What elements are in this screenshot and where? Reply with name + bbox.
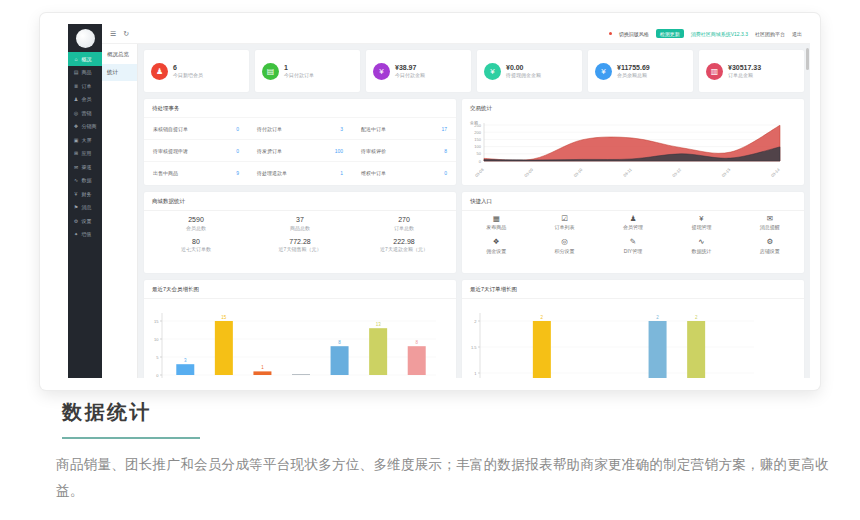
stat-card: ▥ ¥30517.33 订单总金额 (699, 50, 804, 92)
check-update-badge[interactable]: 检测更新 (656, 29, 684, 38)
quick-entry-label: 订单列表 (530, 224, 598, 230)
pending-item[interactable]: 维权中订单 0 (352, 161, 456, 183)
doc-section: 数据统计 商品销量、团长推广和会员分成等平台现状多方位、多维度展示；丰富的数据报… (56, 399, 832, 505)
stat-card-label: 会员余额总额 (617, 72, 650, 78)
svg-text:2: 2 (474, 319, 477, 324)
mall-stat-item: 2590 会员总数 (144, 216, 248, 231)
scrollbar-thumb[interactable] (806, 48, 809, 70)
menu-toggle-icon[interactable]: ☰ (110, 30, 116, 38)
platform-link[interactable]: 社区团购平台 (755, 31, 785, 37)
pending-item-count: 3 (340, 126, 343, 132)
quick-entry-label: 数据统计 (667, 248, 735, 254)
stat-card: ♟ 6 今日新增会员 (144, 50, 249, 92)
stat-card-label: 今日新增会员 (173, 72, 203, 78)
svg-text:0: 0 (156, 373, 159, 378)
sidebar-item[interactable]: ◎ 营销 (68, 106, 102, 120)
stat-card-text: 1 今日付款订单 (284, 64, 314, 79)
avatar[interactable] (76, 29, 95, 48)
svg-text:2: 2 (541, 315, 544, 320)
svg-text:03-10: 03-10 (573, 167, 584, 178)
quick-entry-item[interactable]: ✎ DIY管理 (599, 238, 667, 253)
svg-text:0: 0 (479, 159, 482, 164)
mall-stat-label: 商品总数 (248, 225, 352, 231)
stat-card-text: ¥11755.69 会员余额总额 (617, 64, 650, 79)
quick-entry-item[interactable]: ❖ 佣金设置 (462, 238, 530, 253)
sidebar-item-label: 消息 (82, 204, 92, 210)
refresh-icon[interactable]: ↻ (123, 30, 129, 38)
svg-text:15: 15 (154, 319, 159, 324)
sidebar-item[interactable]: ⊞ 应用 (68, 147, 102, 161)
main-sidebar: ⌂ 概况 ▤ 商品 ≣ 订单 ♟ 会员 ◎ 营销 (68, 24, 102, 378)
pending-item[interactable]: 出售中商品 9 (144, 161, 248, 183)
sidebar-item[interactable]: ▣ 大屏 (68, 133, 102, 147)
pending-item[interactable]: 待付款订单 3 (248, 117, 352, 139)
stat-card-icon-glyph: ¥ (379, 67, 383, 76)
stat-card-icon: ♟ (151, 63, 168, 80)
sidebar-item[interactable]: ♟ 会员 (68, 93, 102, 107)
sidebar-item-label: 会员 (82, 96, 92, 102)
pending-item[interactable]: 配送中订单 17 (352, 117, 456, 139)
quick-entry-item[interactable]: ¥ 提现管理 (667, 215, 735, 230)
stat-card-label: 订单总金额 (728, 72, 761, 78)
quick-entry-label: 会员管理 (599, 224, 667, 230)
subnav-item-stats[interactable]: 统计 (102, 64, 137, 81)
quick-entry-item[interactable]: ☑ 订单列表 (530, 215, 598, 230)
quick-entry-item[interactable]: ◎ 积分设置 (530, 238, 598, 253)
sidebar-item[interactable]: ∿ 数据 (68, 174, 102, 188)
stat-card-icon: ¥ (373, 63, 390, 80)
pending-item[interactable]: 待审核评价 8 (352, 139, 456, 161)
switch-old-link[interactable]: 切换旧版风格 (619, 31, 649, 37)
svg-text:8: 8 (338, 340, 341, 345)
workspace: 概况总览 统计 ♟ (102, 44, 810, 378)
svg-text:1.5: 1.5 (471, 345, 477, 350)
sidebar-item-icon: ◎ (73, 110, 79, 116)
sidebar-item[interactable]: ¥ 财务 (68, 187, 102, 201)
pending-item-count: 1 (340, 170, 343, 176)
sidebar-item[interactable]: ⚙ 设置 (68, 214, 102, 228)
pending-item[interactable]: 待处理退款单 1 (248, 161, 352, 183)
order-growth-bar-chart: 00.511.52222 (462, 299, 804, 378)
stat-card-label: 待提现佣金金额 (506, 72, 541, 78)
quick-entry-icon: ☑ (530, 215, 598, 223)
pending-item[interactable]: 待审核提现申请 0 (144, 139, 248, 161)
sidebar-item[interactable]: ⚑ 消息 (68, 201, 102, 215)
member-growth-bar-chart: 05101531518138 (144, 299, 456, 378)
stat-card-icon-glyph: ♟ (156, 67, 163, 76)
svg-text:3: 3 (184, 358, 187, 363)
sidebar-item-label: 营销 (82, 110, 92, 116)
sidebar-item[interactable]: ⌂ 概况 (68, 52, 102, 66)
svg-text:200: 200 (474, 130, 481, 135)
stat-card-value: ¥0.00 (506, 64, 541, 71)
quick-entry-icon: ♟ (599, 215, 667, 223)
stat-card-text: 6 今日新增会员 (173, 64, 203, 79)
sidebar-item[interactable]: ▤ 商品 (68, 66, 102, 80)
svg-text:03-08: 03-08 (474, 167, 485, 178)
quick-entry-item[interactable]: ♟ 会员管理 (599, 215, 667, 230)
sidebar-item[interactable]: ❖ 分销商 (68, 120, 102, 134)
pending-item-label: 待审核评价 (361, 148, 386, 154)
quick-entry-item[interactable]: ⚙ 店铺设置 (736, 238, 804, 253)
sidebar-item-label: 大屏 (82, 137, 92, 143)
stat-card-value: ¥11755.69 (617, 64, 650, 71)
quick-entry-item[interactable]: ∿ 数据统计 (667, 238, 735, 253)
sidebar-item[interactable]: ✉ 渠道 (68, 160, 102, 174)
mall-stat-label: 近七天订单数 (144, 246, 248, 252)
quick-entry-label: 店铺设置 (736, 248, 804, 254)
sidebar-item[interactable]: ✦ 增值 (68, 228, 102, 242)
sidebar-item-icon: ⌂ (73, 56, 79, 62)
stat-card-value: 6 (173, 64, 203, 71)
pending-item-count: 8 (444, 148, 447, 154)
stat-card: ▤ 1 今日付款订单 (255, 50, 360, 92)
logout-link[interactable]: 退出 (792, 31, 802, 37)
section-paragraph: 商品销量、团长推广和会员分成等平台现状多方位、多维度展示；丰富的数据报表帮助商家… (56, 452, 832, 505)
stat-card-icon-glyph: ¥ (490, 67, 494, 76)
quick-entry-item[interactable]: ▦ 发布商品 (462, 215, 530, 230)
sidebar-item[interactable]: ≣ 订单 (68, 79, 102, 93)
pending-item[interactable]: 未核销自提订单 0 (144, 117, 248, 139)
svg-text:03-13: 03-13 (721, 167, 732, 178)
svg-text:13: 13 (376, 322, 382, 327)
stat-card-icon-glyph: ¥ (601, 67, 605, 76)
quick-entry-item[interactable]: ✉ 消息提醒 (736, 215, 804, 230)
mall-stat-value: 80 (144, 238, 248, 245)
pending-item[interactable]: 待发货订单 100 (248, 139, 352, 161)
